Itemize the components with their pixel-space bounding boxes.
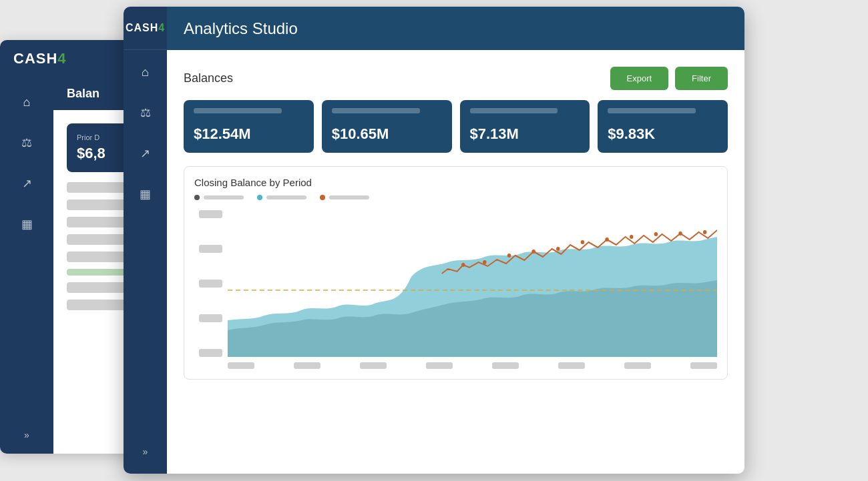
- front-logo-area: CASH4: [124, 7, 167, 50]
- front-sidebar-reports[interactable]: ▦: [134, 182, 158, 206]
- chart-canvas: [228, 210, 717, 357]
- y-label-3: [199, 280, 222, 288]
- x-label-7: [624, 362, 651, 369]
- x-label-6: [558, 362, 585, 369]
- y-label-5: [199, 210, 222, 218]
- legend-label-0: [204, 195, 244, 199]
- chart-dot-orange-1: [461, 263, 465, 267]
- legend-item-2: [320, 195, 369, 200]
- chart-dot-orange-7: [605, 237, 608, 242]
- balance-card-3: $9.83K: [598, 100, 728, 153]
- x-label-4: [426, 362, 453, 369]
- chart-dot-orange-2: [483, 260, 486, 264]
- back-sidebar-analytics[interactable]: ↗: [15, 171, 39, 195]
- balance-card-1: $10.65M: [322, 100, 452, 153]
- analytics-title: Analytics Studio: [184, 19, 298, 38]
- front-sidebar-analytics[interactable]: ↗: [134, 141, 158, 165]
- chart-dot-orange-5: [556, 247, 560, 251]
- card-label-bar-1: [332, 108, 420, 113]
- card-label-bar-0: [194, 108, 282, 113]
- chart-dot-orange-11: [703, 230, 706, 234]
- x-label-5: [492, 362, 519, 369]
- x-label-8: [690, 362, 717, 369]
- y-label-1: [199, 349, 222, 357]
- back-sidebar-balance[interactable]: ⚖: [15, 131, 39, 155]
- foreground-window: CASH4 ⌂ ⚖ ↗ ▦ » Analytics Studio Balance…: [124, 7, 744, 474]
- back-logo: CASH4: [13, 50, 67, 67]
- card-label-bar-2: [470, 108, 558, 113]
- chart-legend: [194, 195, 717, 200]
- card-value-1: $10.65M: [332, 125, 442, 143]
- chart-dot-orange-8: [630, 235, 633, 239]
- balances-header: Balances Export Filter: [184, 67, 728, 90]
- card-value-2: $7.13M: [470, 125, 580, 143]
- main-content: Balances Export Filter $12.54M $10.65M: [167, 50, 744, 474]
- chart-section: Closing Balance by Period: [184, 166, 728, 380]
- balance-cards: $12.54M $10.65M $7.13M $9.83K: [184, 100, 728, 153]
- chart-y-axis: [194, 210, 228, 357]
- chart-dot-orange-4: [531, 250, 535, 254]
- header-buttons: Export Filter: [610, 67, 728, 90]
- legend-dot-1: [257, 195, 262, 200]
- y-label-4: [199, 245, 222, 253]
- back-sidebar: ⌂ ⚖ ↗ ▦ »: [0, 77, 53, 454]
- legend-dot-2: [320, 195, 325, 200]
- chart-dot-orange-10: [678, 231, 682, 235]
- front-logo: CASH4: [126, 22, 165, 34]
- balance-card-2: $7.13M: [460, 100, 590, 153]
- back-sidebar-reports[interactable]: ▦: [15, 212, 39, 236]
- chart-dot-orange-9: [654, 232, 658, 236]
- x-label-1: [228, 362, 254, 369]
- card-label-bar-3: [608, 108, 696, 113]
- analytics-header: Analytics Studio: [167, 7, 744, 50]
- x-label-3: [360, 362, 387, 369]
- legend-item-0: [194, 195, 244, 200]
- chart-dot-orange-6: [581, 240, 584, 244]
- legend-label-2: [329, 195, 369, 199]
- balances-section: Balances Export Filter $12.54M $10.65M: [184, 67, 728, 153]
- y-label-2: [199, 314, 222, 322]
- export-button[interactable]: Export: [610, 67, 669, 90]
- front-sidebar-balance[interactable]: ⚖: [134, 101, 158, 125]
- back-tab-label: Balan: [67, 87, 99, 101]
- legend-label-1: [266, 195, 306, 199]
- card-value-3: $9.83K: [608, 125, 718, 143]
- x-label-2: [294, 362, 320, 369]
- legend-dot-0: [194, 195, 200, 200]
- back-sidebar-home[interactable]: ⌂: [15, 90, 39, 114]
- front-sidebar: CASH4 ⌂ ⚖ ↗ ▦ »: [124, 7, 167, 474]
- chart-title: Closing Balance by Period: [194, 177, 717, 188]
- front-sidebar-expand[interactable]: »: [143, 446, 148, 457]
- chart-x-axis: [194, 362, 717, 369]
- chart-area: [194, 210, 717, 357]
- balance-card-0: $12.54M: [184, 100, 314, 153]
- back-sidebar-expand[interactable]: »: [24, 430, 29, 440]
- chart-area-teal: [228, 237, 717, 357]
- front-sidebar-home[interactable]: ⌂: [134, 60, 158, 84]
- legend-item-1: [257, 195, 306, 200]
- filter-button[interactable]: Filter: [675, 67, 728, 90]
- card-value-0: $12.54M: [194, 125, 304, 143]
- chart-svg: [228, 210, 717, 357]
- balances-title: Balances: [184, 71, 233, 85]
- chart-dot-orange-3: [507, 254, 511, 258]
